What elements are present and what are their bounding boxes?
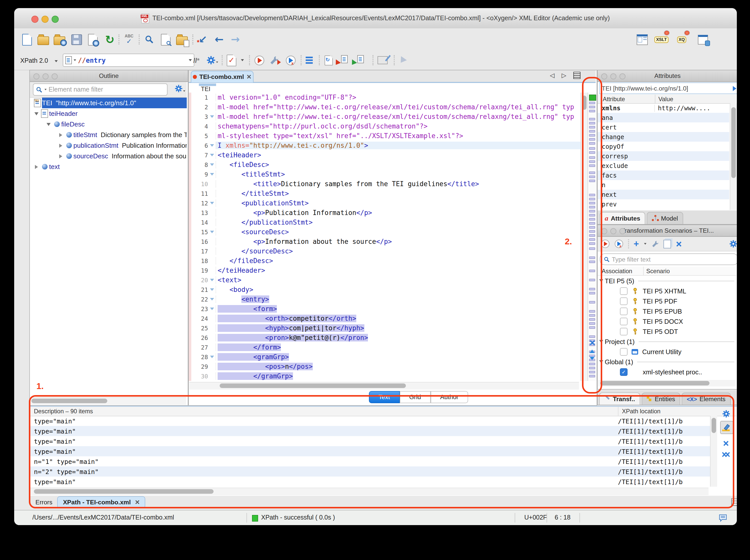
close-tab-icon[interactable]: ✕ <box>135 499 140 506</box>
fold-toggle-icon[interactable] <box>210 144 214 147</box>
expand-icon[interactable] <box>35 165 38 169</box>
previous-occurrence-icon[interactable] <box>590 349 595 353</box>
code-line[interactable]: 29 <pos>n</pos> <box>191 362 582 371</box>
code-line[interactable]: 25 <hyph>com|peti|tor</hyph> <box>191 323 582 333</box>
new-scenario-dropdown-icon[interactable] <box>644 243 646 245</box>
results-vertical-scrollbar[interactable] <box>710 416 717 487</box>
occurrence-marker[interactable] <box>589 257 595 259</box>
code-line[interactable]: 12 <publicationStmt> <box>191 198 582 208</box>
scenario-item[interactable]: TEI P5 XHTML <box>598 286 736 296</box>
outline-item-filedesc[interactable]: fileDesc <box>30 119 187 129</box>
xpath-history-icon[interactable] <box>65 56 72 64</box>
occurrence-marker[interactable] <box>589 206 595 208</box>
code-line[interactable]: 5ml-stylesheet type="text/xsl" href="../… <box>191 131 582 141</box>
tab-transformation[interactable]: Transf.. <box>599 393 640 405</box>
scenario-checkbox[interactable] <box>620 327 628 335</box>
edit-scenario-icon[interactable] <box>651 240 659 247</box>
result-row[interactable]: n="2" type="main"/TEI[1]/text[1]/b <box>30 466 710 477</box>
fold-margin[interactable] <box>208 163 216 166</box>
prev-editor-icon[interactable]: ◁ <box>550 72 554 79</box>
occurrence-marker[interactable] <box>589 367 595 369</box>
result-row[interactable]: n="1" type="main"/TEI[1]/text[1]/b <box>30 456 710 466</box>
scenarios-settings-icon[interactable] <box>729 240 737 248</box>
outline-settings-button[interactable] <box>175 84 186 93</box>
review-tracking-button[interactable] <box>399 54 406 66</box>
highlight-results-button[interactable] <box>720 421 733 434</box>
occurrence-marker[interactable] <box>589 363 595 365</box>
occurrence-marker[interactable] <box>589 318 595 320</box>
fold-margin[interactable] <box>208 144 216 147</box>
result-row[interactable]: type="main"/TEI[1]/text[1]/b <box>30 416 710 426</box>
occurrence-marker[interactable] <box>589 238 595 241</box>
scenario-item[interactable]: Current Utility <box>598 346 736 357</box>
xquery-debugger-button[interactable]: XQ <box>675 33 688 46</box>
scrollbar-thumb[interactable] <box>731 107 736 178</box>
occurrence-marker[interactable] <box>589 326 595 328</box>
xpath-version-select[interactable]: XPath 2.0 <box>20 57 48 64</box>
fold-toggle-icon[interactable] <box>210 298 214 300</box>
code-line[interactable]: 9 <titleStmt> <box>191 169 582 179</box>
occurrence-marker[interactable] <box>589 198 595 200</box>
code-line[interactable]: 7<teiHeader> <box>191 150 582 160</box>
code-line[interactable]: 28 <gramGrp> <box>191 352 582 362</box>
scenario-checkbox[interactable] <box>620 348 628 355</box>
occurrence-marker[interactable] <box>589 126 595 128</box>
code-line[interactable]: 27 </form> <box>191 342 582 352</box>
code-line[interactable]: 24 <orth>competitor</orth> <box>191 314 582 323</box>
apply-scenario-icon[interactable] <box>601 239 610 248</box>
occurrence-marker[interactable] <box>589 102 595 104</box>
xpath-version-dropdown-icon[interactable] <box>55 60 58 62</box>
xpath-expand-dropdown-icon[interactable] <box>189 59 192 61</box>
scenario-item[interactable]: TEI P5 DOCX <box>598 316 736 326</box>
occurrence-marker[interactable] <box>589 176 595 178</box>
outline-item-titlestmt[interactable]: titleStmtDictionary samples from the TEI… <box>30 129 187 140</box>
result-row[interactable]: type="main"/TEI[1]/text[1]/b <box>30 436 710 446</box>
occurrence-marker[interactable] <box>589 164 595 167</box>
last-edit-location-button[interactable]: ↙ * <box>196 33 210 46</box>
expander[interactable] <box>57 143 64 147</box>
results-list-icon[interactable] <box>731 498 737 506</box>
expand-icon[interactable] <box>59 143 62 147</box>
occurrence-marker[interactable] <box>589 110 595 112</box>
xpath-settings-button[interactable] <box>206 54 219 66</box>
fold-toggle-icon[interactable] <box>210 356 214 358</box>
attribute-row[interactable]: n <box>598 180 729 190</box>
occurrence-marker[interactable] <box>589 322 595 324</box>
fold-toggle-icon[interactable] <box>210 231 214 233</box>
occurrence-marker[interactable] <box>589 147 595 149</box>
save-button[interactable] <box>70 33 83 46</box>
expander[interactable] <box>57 154 64 158</box>
remove-all-results-icon[interactable] <box>722 451 730 458</box>
fold-margin[interactable] <box>208 356 216 358</box>
remove-result-icon[interactable] <box>723 440 729 447</box>
code-line[interactable]: 30 </gramGrp> <box>191 371 582 381</box>
xpath-scope-dropdown-icon[interactable] <box>74 59 76 61</box>
fold-margin[interactable] <box>208 279 216 281</box>
fold-toggle-icon[interactable] <box>210 279 214 281</box>
occurrence-marker[interactable] <box>589 247 595 249</box>
code-line[interactable]: 10 <title>Dictionary samples from the TE… <box>191 179 582 189</box>
result-row[interactable]: type="main"/TEI[1]/text[1]/b <box>30 426 710 436</box>
find-in-document-button[interactable] <box>159 33 172 46</box>
configure-transformation-button[interactable] <box>269 54 281 66</box>
validate-button[interactable]: ✓ <box>227 54 236 66</box>
xpath-builder-button[interactable]: //* <box>193 54 200 66</box>
editor-list-icon[interactable] <box>573 72 580 79</box>
scenarios-horizontal-scrollbar[interactable] <box>598 380 736 386</box>
database-perspective-button[interactable] <box>696 33 710 46</box>
occurrence-marker[interactable] <box>589 279 595 281</box>
edit-book-button[interactable] <box>377 54 388 66</box>
fold-margin[interactable] <box>208 154 216 156</box>
breadcrumb-element[interactable]: TEI <box>201 85 210 93</box>
collapse-icon[interactable] <box>598 279 605 282</box>
scrollbar-thumb[interactable] <box>32 399 107 403</box>
scenario-checkbox[interactable] <box>620 297 628 305</box>
duplicate-scenario-icon[interactable] <box>663 240 671 248</box>
occurrence-marker[interactable] <box>589 234 595 237</box>
occurrence-marker[interactable] <box>589 130 595 132</box>
next-occurrence-icon[interactable] <box>590 357 595 360</box>
spell-check-button[interactable]: ABC ✓ <box>122 33 136 46</box>
element-expand-icon[interactable] <box>733 86 736 91</box>
outline-item-text[interactable]: text <box>30 161 187 172</box>
scenario-group[interactable]: Project (1) <box>598 336 736 346</box>
